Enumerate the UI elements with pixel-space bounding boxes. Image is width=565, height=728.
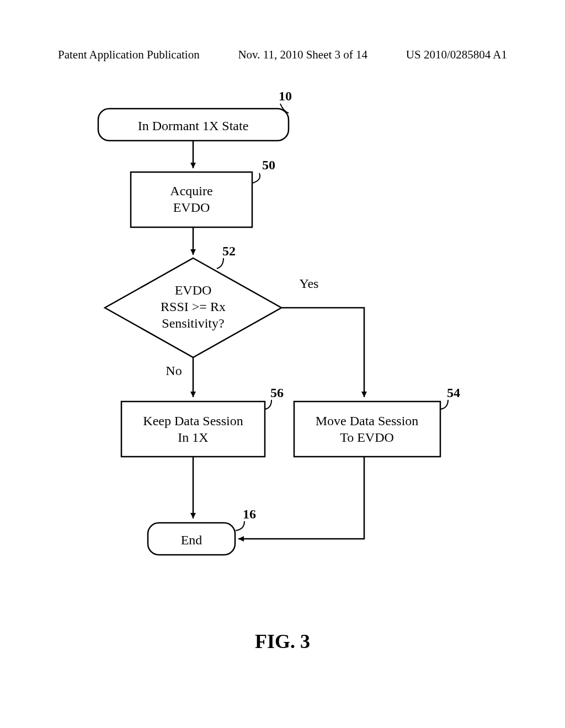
move-line2: To EVDO [340, 430, 394, 445]
end-ref-num: 16 [243, 507, 256, 521]
no-label: No [166, 363, 182, 378]
keep-line2: In 1X [178, 430, 208, 445]
move-line1: Move Data Session [316, 414, 419, 428]
end-node-text: End [181, 533, 202, 547]
svg-rect-3 [294, 402, 440, 457]
acquire-line1: Acquire [170, 184, 212, 198]
keep-line1: Keep Data Session [143, 414, 243, 428]
svg-rect-2 [121, 402, 265, 457]
decision-line1: EVDO [175, 283, 212, 297]
start-ref-num: 10 [279, 89, 292, 103]
decision-ref-num: 52 [222, 244, 236, 258]
start-node-text: In Dormant 1X State [138, 119, 249, 133]
start-node: In Dormant 1X State [98, 109, 289, 141]
acquire-node: Acquire EVDO [131, 172, 252, 227]
decision-line2: RSSI >= Rx [161, 299, 226, 314]
yes-label: Yes [300, 276, 319, 291]
decision-node: EVDO RSSI >= Rx Sensitivity? [105, 258, 281, 357]
flowchart-diagram: In Dormant 1X State 10 Acquire EVDO 50 E… [0, 0, 565, 728]
move-ref-num: 54 [447, 386, 460, 400]
move-node: Move Data Session To EVDO [294, 402, 440, 457]
acquire-ref-num: 50 [262, 158, 275, 172]
keep-ref-num: 56 [270, 386, 284, 400]
figure-label: FIG. 3 [255, 630, 310, 652]
acquire-line2: EVDO [173, 200, 210, 215]
arrow-move-to-end [238, 457, 364, 539]
arrow-decision-yes-to-move [281, 308, 364, 397]
decision-line3: Sensitivity? [162, 316, 224, 330]
keep-node: Keep Data Session In 1X [121, 402, 265, 457]
end-node: End [148, 523, 235, 555]
